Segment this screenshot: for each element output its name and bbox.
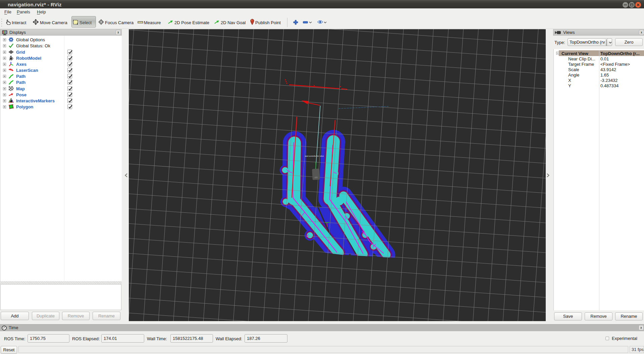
svg-text:awd controller for robot: awd controller for robot — [305, 155, 324, 157]
